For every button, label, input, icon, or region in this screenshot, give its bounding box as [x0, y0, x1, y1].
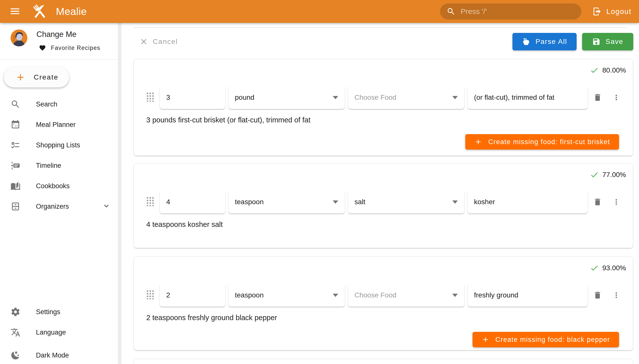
organizers-cabinet-icon — [11, 202, 21, 212]
dropdown-caret-icon — [452, 294, 458, 297]
book-open-icon — [11, 181, 21, 191]
cancel-button[interactable]: Cancel — [139, 37, 178, 46]
user-section: Change Me Favorite Recipes — [0, 23, 121, 59]
save-button[interactable]: Save — [582, 33, 633, 50]
search-icon — [11, 99, 21, 109]
kebab-icon — [612, 198, 620, 206]
avatar[interactable] — [11, 30, 28, 46]
quantity-input[interactable] — [166, 94, 219, 102]
sidebar-footer: Settings Language Dark Mode — [0, 302, 121, 364]
chevron-down-icon — [102, 202, 111, 212]
sidebar-item-dark-mode[interactable]: Dark Mode — [0, 345, 121, 364]
heart-icon — [39, 44, 46, 51]
note-input[interactable] — [474, 291, 581, 299]
sidebar-scrollbar[interactable] — [118, 23, 121, 364]
trash-icon — [593, 291, 602, 300]
confidence-percent: 77.00% — [602, 171, 626, 179]
original-ingredient-text: 3 pounds first-cut brisket (or flat-cut)… — [146, 116, 620, 124]
plus-icon — [482, 336, 490, 344]
ingredient-card: 77.00% teaspoon salt — [134, 163, 633, 248]
save-icon — [592, 38, 600, 46]
food-select[interactable]: Choose Food — [348, 86, 464, 109]
sidebar-item-organizers[interactable]: Organizers — [0, 196, 121, 217]
create-missing-food-button[interactable]: Create missing food: black pepper — [473, 332, 619, 347]
kebab-icon — [612, 291, 620, 300]
main-content: Cancel Parse All Save 80.00% — [122, 23, 639, 364]
moon-stars-icon — [11, 350, 21, 360]
ingredient-menu-button[interactable] — [612, 93, 620, 102]
sidebar-item-meal-planner[interactable]: Meal Planner — [0, 114, 121, 135]
ingredient-menu-button[interactable] — [612, 291, 620, 300]
search-placeholder: Press '/' — [461, 7, 487, 16]
sidebar-item-settings[interactable]: Settings — [0, 302, 121, 322]
confidence-percent: 93.00% — [602, 264, 626, 272]
plus-icon — [474, 138, 482, 146]
global-search-input[interactable]: Press '/' — [440, 4, 581, 20]
calendar-icon — [11, 120, 21, 130]
create-missing-food-button[interactable]: Create missing food: first-cut brisket — [465, 134, 619, 150]
check-icon — [590, 170, 599, 179]
hamburger-icon — [9, 6, 21, 18]
trash-icon — [593, 198, 602, 206]
logout-icon — [592, 7, 602, 16]
mealie-logo-icon — [31, 2, 49, 21]
hamburger-menu-button[interactable] — [9, 5, 22, 18]
unit-select[interactable]: teaspoon — [228, 190, 345, 214]
note-input[interactable] — [474, 94, 581, 102]
check-icon — [590, 264, 599, 272]
sidebar-item-cookbooks[interactable]: Cookbooks — [0, 176, 121, 196]
ingredient-menu-button[interactable] — [612, 198, 620, 206]
food-select[interactable]: salt — [348, 190, 464, 214]
close-icon — [139, 37, 148, 46]
drag-handle-icon[interactable] — [146, 197, 154, 207]
create-button[interactable]: Create — [4, 67, 69, 88]
gear-icon — [11, 307, 21, 317]
quantity-input[interactable] — [166, 198, 219, 206]
unit-select[interactable]: teaspoon — [228, 284, 345, 307]
parser-toolbar: Cancel Parse All Save — [134, 28, 633, 55]
sidebar-item-search[interactable]: Search — [0, 94, 121, 114]
sidebar-divider — [0, 59, 121, 60]
favorite-recipes-link[interactable]: Favorite Recipes — [39, 44, 100, 51]
original-ingredient-text: 2 teaspoons freshly ground black pepper — [146, 314, 620, 322]
ingredient-card: 93.00% teaspoon Choose Food — [134, 256, 633, 350]
dropdown-caret-icon — [333, 200, 338, 204]
food-select[interactable]: Choose Food — [348, 284, 464, 307]
original-ingredient-text: 4 teaspoons kosher salt — [146, 220, 620, 228]
sidebar: Change Me Favorite Recipes Create Search… — [0, 23, 122, 364]
ingredient-card: 80.00% pound Choose Food — [134, 59, 633, 156]
timeline-icon — [11, 160, 21, 170]
sidebar-item-language[interactable]: Language — [0, 322, 121, 342]
unit-select[interactable]: pound — [228, 86, 345, 109]
delete-ingredient-button[interactable] — [593, 198, 602, 206]
dropdown-caret-icon — [452, 200, 458, 204]
search-icon — [447, 7, 456, 16]
confidence-percent: 80.00% — [602, 66, 626, 74]
app-bar: Mealie Press '/' Logout — [0, 0, 639, 23]
dropdown-caret-icon — [452, 96, 458, 99]
translate-icon — [11, 327, 21, 337]
drag-handle-icon[interactable] — [146, 290, 154, 300]
kebab-icon — [612, 93, 620, 102]
ingredient-card-partial — [134, 359, 633, 364]
delete-ingredient-button[interactable] — [593, 93, 602, 102]
dropdown-caret-icon — [333, 294, 338, 297]
app-title: Mealie — [56, 6, 87, 18]
drag-handle-icon[interactable] — [146, 92, 154, 103]
sidebar-item-timeline[interactable]: Timeline — [0, 155, 121, 176]
trash-icon — [593, 93, 602, 102]
plus-icon — [15, 72, 26, 82]
apple-icon — [522, 38, 530, 46]
note-input[interactable] — [474, 198, 581, 206]
checklist-icon — [11, 140, 21, 150]
logout-button[interactable]: Logout — [592, 7, 631, 16]
sidebar-item-shopping-lists[interactable]: Shopping Lists — [0, 135, 121, 155]
quantity-input[interactable] — [166, 291, 219, 299]
dropdown-caret-icon — [333, 96, 338, 99]
check-icon — [590, 66, 599, 75]
parse-all-button[interactable]: Parse All — [512, 33, 577, 50]
delete-ingredient-button[interactable] — [593, 291, 602, 300]
sidebar-nav: Search Meal Planner Shopping Lists — [0, 94, 121, 217]
user-name: Change Me — [37, 30, 100, 39]
